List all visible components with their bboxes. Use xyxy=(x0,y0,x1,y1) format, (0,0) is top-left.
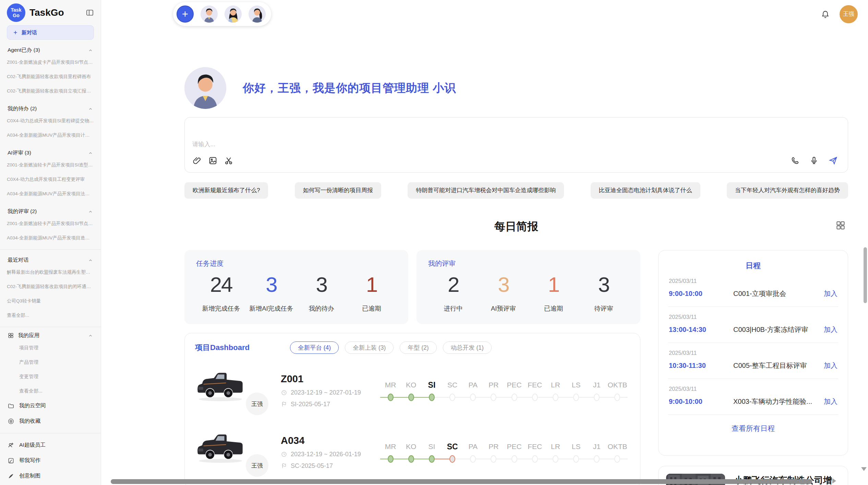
project-dashboard-card: 项目Dashboard 全新平台 (4)全新上装 (3)年型 (2)动总开发 (… xyxy=(184,333,640,485)
sidebar-item[interactable]: C02-飞腾新能源轻客改款项目立项汇报方案 xyxy=(7,84,94,98)
app-link[interactable]: 产品管理 xyxy=(7,355,94,369)
recent-conversation-item[interactable]: C02-飞腾新能源轻客改款项目的闭环通告反馈情况 xyxy=(7,279,94,294)
milestone-label: LR xyxy=(551,441,560,452)
image-upload-icon[interactable] xyxy=(208,156,218,165)
sidebar-header: Task Go TaskGo xyxy=(7,0,94,25)
scissors-icon[interactable] xyxy=(224,156,233,165)
attachment-icon[interactable] xyxy=(192,156,202,165)
my-apps-header[interactable]: 我的应用 xyxy=(8,332,93,339)
sidebar-section-header[interactable]: 我的评审 (2) xyxy=(8,208,93,215)
new-chat-button[interactable]: 新对话 xyxy=(7,25,94,40)
app-link[interactable]: 项目管理 xyxy=(7,340,94,355)
milestone-label: MR xyxy=(385,441,396,452)
suggestion-chip[interactable]: 比亚迪全固态电池计划具体说了什么 xyxy=(591,182,700,199)
app-link[interactable]: 变更管理 xyxy=(7,369,94,384)
agent-avatar[interactable] xyxy=(249,5,266,23)
project-filter-tab[interactable]: 动总开发 (1) xyxy=(443,341,492,354)
milestone-dot[interactable] xyxy=(594,455,600,463)
recent-view-all-link[interactable]: 查看全部... xyxy=(7,308,94,323)
scroll-down-arrow-icon[interactable] xyxy=(861,467,867,471)
milestone-dot[interactable] xyxy=(429,394,435,401)
agent-avatar[interactable] xyxy=(201,5,218,23)
milestone-dot[interactable] xyxy=(470,394,476,401)
event-join-link[interactable]: 加入 xyxy=(824,397,837,406)
suggestion-chip[interactable]: 当下年轻人对汽车外观有怎样的喜好趋势 xyxy=(727,182,848,199)
collapse-sidebar-icon[interactable] xyxy=(86,9,94,17)
sidebar-item[interactable]: A034-全新新能源MUV产品开发项目造型可行性评审 xyxy=(7,231,94,245)
milestone: OKTB xyxy=(607,441,628,463)
milestone-dot[interactable] xyxy=(553,394,558,401)
milestone-dot[interactable] xyxy=(470,455,476,463)
vertical-scrollbar-thumb[interactable] xyxy=(864,247,867,303)
sidebar-link[interactable]: 我的云空间 xyxy=(7,398,94,413)
milestone-dot[interactable] xyxy=(573,455,579,463)
sidebar-item[interactable]: A034-全新新能源MUV产品开发项目计划变更表编写 xyxy=(7,128,94,142)
milestone-dot[interactable] xyxy=(594,394,600,401)
milestone-dot[interactable] xyxy=(491,455,496,463)
project-row[interactable]: 王强 Z001 2023-12-19 ~ 2027-01-19 SI-2025-… xyxy=(195,365,630,415)
event-join-link[interactable]: 加入 xyxy=(824,289,837,298)
project-filter-tab[interactable]: 全新上装 (3) xyxy=(345,341,394,354)
microphone-icon[interactable] xyxy=(809,156,819,165)
milestone-dot[interactable] xyxy=(388,455,394,463)
suggestion-chip[interactable]: 欧洲新规最近颁布了什么? xyxy=(184,182,268,199)
milestone-dot[interactable] xyxy=(511,455,517,463)
milestone-dot[interactable] xyxy=(388,394,394,401)
milestone-dot[interactable] xyxy=(408,455,414,463)
sidebar-link[interactable]: 创意制图 xyxy=(7,468,94,484)
sidebar-section-header[interactable]: AI评审 (3) xyxy=(8,149,93,157)
notification-bell-icon[interactable] xyxy=(821,10,830,19)
recent-conversation-item[interactable]: 解释最新出台的欧盟报废车法规再生塑料比例被调至15%... xyxy=(7,265,94,279)
milestone-dot[interactable] xyxy=(429,455,435,463)
milestone-dot[interactable] xyxy=(449,394,455,401)
app-link[interactable]: 查看全部... xyxy=(7,384,94,398)
sidebar-item[interactable]: Z001-全新燃油轻卡产品开发项目SI节点属性5D文件评审 xyxy=(7,216,94,231)
sidebar-link[interactable]: AI超级员工 xyxy=(7,437,94,453)
project-milestone-date-text: SC-2025-05-17 xyxy=(291,462,333,470)
horizontal-scrollbar-thumb[interactable] xyxy=(111,479,812,484)
project-filter-tab[interactable]: 年型 (2) xyxy=(400,341,436,354)
milestone-dot[interactable] xyxy=(532,455,538,463)
milestone-dot[interactable] xyxy=(511,394,517,401)
event-join-link[interactable]: 加入 xyxy=(824,361,837,370)
suggestion-chips: 欧洲新规最近颁布了什么?如何写一份清晰的项目周报特朗普可能对进口汽车增税会对中国… xyxy=(184,182,848,199)
milestone-dot[interactable] xyxy=(573,394,579,401)
scroll-right-arrow-icon[interactable] xyxy=(832,478,836,484)
sidebar-section-header[interactable]: 我的待办 (2) xyxy=(8,105,93,112)
milestone-dot[interactable] xyxy=(553,455,558,463)
milestone-dot[interactable] xyxy=(614,394,620,401)
sidebar-link[interactable]: 我的收藏 xyxy=(7,413,94,429)
milestone-dot[interactable] xyxy=(408,394,414,401)
sidebar-section-header[interactable]: Agent已办 (3) xyxy=(8,47,93,54)
sidebar-item[interactable]: Z001-全新燃油轻卡产品开发项目SI造型提交物评审 xyxy=(7,158,94,172)
send-icon[interactable] xyxy=(828,156,838,165)
view-all-schedule-link[interactable]: 查看所有日程 xyxy=(668,424,838,433)
project-filter-tab[interactable]: 全新平台 (4) xyxy=(290,341,339,354)
agent-avatar[interactable] xyxy=(225,5,242,23)
add-agent-button[interactable] xyxy=(177,5,194,23)
phone-call-icon[interactable] xyxy=(791,156,800,165)
milestone-dot[interactable] xyxy=(532,394,538,401)
chat-input[interactable]: 请输入... xyxy=(184,117,848,173)
milestone-dot[interactable] xyxy=(614,455,620,463)
milestone-label: OKTB xyxy=(607,441,627,452)
sidebar-item[interactable]: A034-全新新能源MUV产品开发项目法规符合性评审 xyxy=(7,187,94,201)
layout-grid-icon[interactable] xyxy=(835,220,846,231)
recent-section-header[interactable]: 最近对话 xyxy=(8,257,93,264)
suggestion-chip[interactable]: 如何写一份清晰的项目周报 xyxy=(295,182,381,199)
milestone: PA xyxy=(463,380,483,401)
milestone-dot[interactable] xyxy=(491,394,496,401)
suggestion-chip[interactable]: 特朗普可能对进口汽车增税会对中国车企造成哪些影响 xyxy=(408,182,564,199)
user-avatar[interactable]: 王强 xyxy=(840,5,858,23)
dashboard-columns: 任务进度 24 新增完成任务 3 新增AI完成任务 3 我的待办 1 已逾期 我… xyxy=(184,250,848,485)
sidebar-item[interactable]: C0X4-动力总成开发项目工程变更评审 xyxy=(7,172,94,187)
sidebar-item[interactable]: C02-飞腾新能源轻客改款项目里程碑画布 xyxy=(7,70,94,84)
milestone: MR xyxy=(380,380,401,401)
project-row[interactable]: 王强 A034 2023-12-19 ~ 2026-01-19 SC-2025-… xyxy=(195,427,630,477)
sidebar-item[interactable]: C0X4-动力总成开发项目SI里程碑提交物检查 xyxy=(7,114,94,128)
sidebar-item[interactable]: Z001-全新燃油皮卡产品开发项目SI节点Lesson Learn报告 xyxy=(7,55,94,70)
recent-conversation-item[interactable]: 公司Q3轻卡销量 xyxy=(7,294,94,308)
sidebar-link[interactable]: 帮我写作 xyxy=(7,453,94,468)
milestone-dot[interactable] xyxy=(449,455,455,463)
event-join-link[interactable]: 加入 xyxy=(824,325,837,334)
